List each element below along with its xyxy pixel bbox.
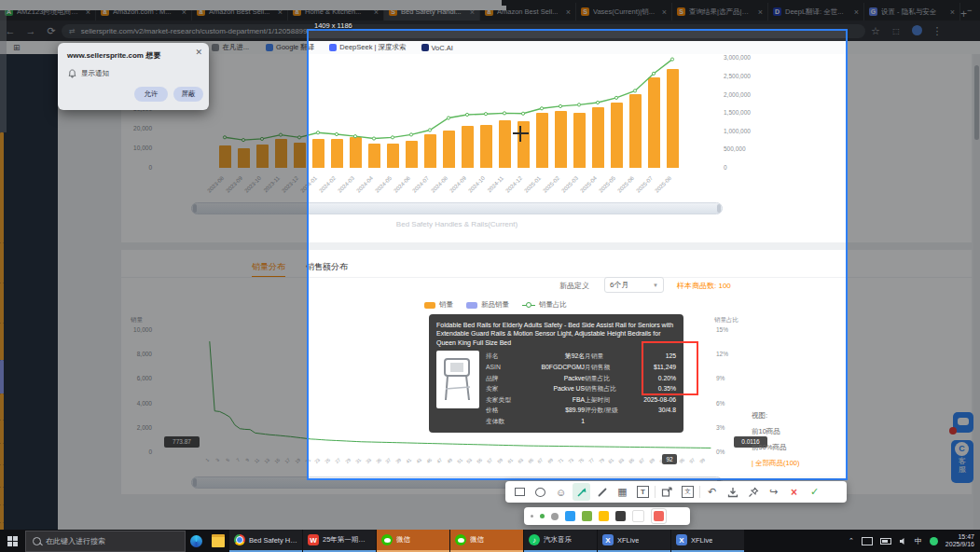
taskbar-app-live[interactable]: XXFLive	[671, 530, 744, 552]
color-swatch[interactable]	[654, 511, 664, 521]
tray-battery-icon[interactable]	[880, 538, 891, 545]
color-swatch[interactable]	[565, 511, 575, 521]
crosshair-cursor	[519, 126, 521, 142]
color-swatch[interactable]	[632, 510, 644, 522]
save-icon[interactable]	[724, 483, 741, 501]
stroke-size-dot[interactable]	[551, 513, 559, 520]
popup-title: www.sellersprite.com 想要	[67, 50, 160, 61]
start-button[interactable]	[0, 530, 25, 552]
notification-permission-popup: www.sellersprite.com 想要 ✕ 显示通知 允许 屏蔽	[58, 43, 209, 110]
cancel-icon[interactable]: ×	[785, 483, 803, 501]
mosaic-tool-icon[interactable]: ▦	[614, 483, 631, 501]
dim-top	[0, 0, 980, 29]
taskbar-clock[interactable]: 15:47 2025/9/16	[945, 533, 974, 549]
taskbar-explorer-icon[interactable]	[207, 530, 229, 552]
taskbar-app-wechat[interactable]: 微信	[450, 530, 523, 552]
screen: AAMZ123跨境电商导航×aAmazon.com : M...×aAmazon…	[0, 0, 980, 552]
tray-volume-icon[interactable]	[899, 537, 907, 545]
taskbar-app-chrome[interactable]: Bed Safety Handl...	[229, 530, 302, 552]
annotation-palette	[524, 507, 690, 525]
allow-button[interactable]: 允许	[134, 87, 168, 102]
pin-image-tool-icon[interactable]	[658, 483, 676, 501]
confirm-icon[interactable]: ✓	[806, 483, 823, 501]
ellipse-tool-icon[interactable]	[531, 483, 549, 501]
stroke-size-dot[interactable]	[540, 514, 545, 518]
stroke-size-dot[interactable]	[531, 515, 533, 518]
red-annotation-rectangle	[642, 341, 698, 395]
pen-tool-icon[interactable]	[593, 483, 611, 501]
close-icon[interactable]: ✕	[195, 48, 202, 57]
search-placeholder: 在此键入进行搜索	[46, 536, 105, 546]
selection-size-label: 1409 x 1186	[314, 21, 352, 30]
bell-icon	[68, 69, 76, 78]
taskbar-app-music[interactable]: ♪汽水音乐	[524, 530, 597, 552]
taskbar-search[interactable]: 在此键入进行搜索	[25, 531, 186, 552]
taskbar-app-wps[interactable]: W25年第一期选品系...	[303, 530, 376, 552]
color-swatch[interactable]	[582, 511, 592, 521]
taskbar-app-live[interactable]: XXFLive	[598, 530, 670, 552]
rect-tool-icon[interactable]	[511, 483, 529, 501]
arrow-tool-icon[interactable]	[573, 483, 590, 501]
system-tray: ⌃ 中 15:47 2025/9/16	[849, 533, 980, 549]
text-tool-icon[interactable]: T	[634, 483, 652, 501]
annotation-toolbar: ☺ ▦ T 文 ↶ ↪ × ✓	[505, 481, 847, 503]
pin-icon[interactable]	[744, 483, 762, 501]
share-icon[interactable]: ↪	[765, 483, 782, 501]
search-icon	[33, 537, 41, 545]
popup-permission-text: 显示通知	[81, 69, 109, 78]
taskbar-app-wechat[interactable]: 微信	[377, 530, 449, 552]
undo-icon[interactable]: ↶	[703, 483, 721, 501]
ocr-tool-icon[interactable]: 文	[679, 483, 697, 501]
color-swatch-selected[interactable]	[651, 508, 667, 524]
tray-input-method[interactable]: 中	[915, 536, 922, 546]
screenshot-selection-box[interactable]	[307, 29, 848, 480]
emoji-tool-icon[interactable]: ☺	[552, 483, 570, 501]
taskbar-edge-icon[interactable]	[186, 530, 207, 552]
taskbar: 在此键入进行搜索 Bed Safety Handl...W25年第一期选品系..…	[0, 530, 980, 552]
tray-chevron-icon[interactable]: ⌃	[849, 537, 854, 545]
dim-right	[848, 29, 980, 480]
block-button[interactable]: 屏蔽	[173, 87, 203, 102]
color-swatch[interactable]	[615, 511, 626, 521]
tray-monitor-icon[interactable]	[862, 537, 873, 545]
taskbar-apps: Bed Safety Handl...W25年第一期选品系...微信微信♪汽水音…	[229, 530, 745, 552]
color-swatch[interactable]	[599, 511, 609, 521]
tray-app-icon[interactable]	[930, 537, 938, 545]
